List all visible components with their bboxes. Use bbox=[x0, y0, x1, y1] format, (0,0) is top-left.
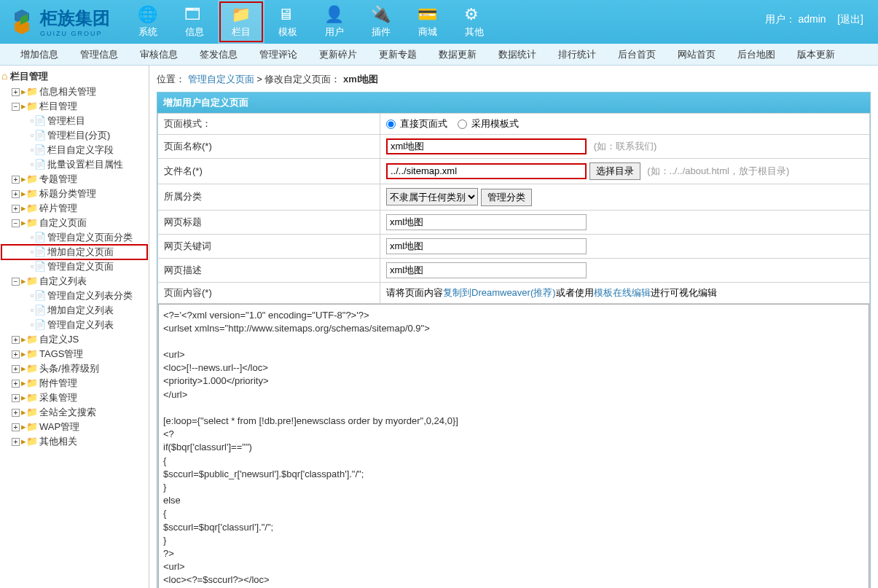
content-textarea[interactable]: <?='<?xml version="1.0" encoding="UTF-8"… bbox=[158, 304, 869, 589]
expand-icon[interactable]: + bbox=[12, 438, 20, 446]
panel-title: 增加用户自定义页面 bbox=[157, 93, 870, 113]
subnav-数据更新[interactable]: 数据更新 bbox=[439, 48, 477, 61]
folder-icon: 📁 bbox=[231, 6, 251, 23]
mode-tpl-radio[interactable]: 采用模板式 bbox=[458, 118, 519, 129]
expand-icon[interactable]: − bbox=[12, 219, 20, 227]
desc-input[interactable] bbox=[386, 262, 587, 278]
tree-自定义JS[interactable]: +▸📁自定义JS bbox=[1, 332, 147, 347]
subnav-网站首页[interactable]: 网站首页 bbox=[678, 48, 716, 61]
topnav-信息[interactable]: 🗔信息 bbox=[171, 0, 218, 44]
content-label: 页面内容(*) bbox=[158, 282, 380, 303]
subnav-版本更新[interactable]: 版本更新 bbox=[797, 48, 835, 61]
tree-管理栏目(分页)[interactable]: ▫📄管理栏目(分页) bbox=[1, 128, 147, 143]
tree-批量设置栏目属性[interactable]: ▫📄批量设置栏目属性 bbox=[1, 157, 147, 172]
tree-采集管理[interactable]: +▸📁采集管理 bbox=[1, 391, 147, 405]
page-icon: ▫📄 bbox=[31, 305, 46, 315]
file-name-input[interactable] bbox=[386, 163, 587, 179]
topnav-系统[interactable]: 🌐系统 bbox=[125, 0, 171, 44]
page-icon: ▫📄 bbox=[31, 246, 46, 257]
expand-icon[interactable]: + bbox=[12, 190, 20, 198]
tree-碎片管理[interactable]: +▸📁碎片管理 bbox=[1, 201, 147, 216]
tree-自定义页面[interactable]: −▸📁自定义页面 bbox=[1, 216, 147, 230]
subnav-审核信息[interactable]: 审核信息 bbox=[140, 48, 178, 61]
tree-信息相关管理[interactable]: +▸📁信息相关管理 bbox=[1, 85, 147, 99]
tree-专题管理[interactable]: +▸📁专题管理 bbox=[1, 172, 147, 187]
keyword-input[interactable] bbox=[386, 238, 587, 254]
tree-栏目自定义字段[interactable]: ▫📄栏目自定义字段 bbox=[1, 143, 147, 157]
content-hint: 请将页面内容 bbox=[386, 287, 443, 298]
tree-管理自定义页面分类[interactable]: ▫📄管理自定义页面分类 bbox=[1, 230, 147, 245]
topnav-插件[interactable]: 🔌插件 bbox=[358, 0, 404, 44]
topnav-其他[interactable]: ⚙其他 bbox=[451, 0, 498, 44]
expand-icon[interactable]: + bbox=[12, 176, 20, 184]
topnav-商城[interactable]: 💳商城 bbox=[404, 0, 451, 44]
expand-icon[interactable]: + bbox=[12, 394, 20, 402]
expand-icon[interactable]: − bbox=[12, 103, 20, 111]
tree-WAP管理[interactable]: +▸📁WAP管理 bbox=[1, 420, 147, 434]
folder-icon: ▸📁 bbox=[21, 421, 38, 432]
tree-栏目管理[interactable]: −▸📁栏目管理 bbox=[1, 99, 147, 114]
expand-icon[interactable]: + bbox=[12, 336, 20, 344]
category-select[interactable]: 不隶属于任何类别 bbox=[386, 188, 478, 205]
choose-dir-button[interactable]: 选择目录 bbox=[589, 162, 640, 180]
page-icon: ▫📄 bbox=[31, 115, 46, 126]
page-icon: ▫📄 bbox=[31, 130, 46, 141]
subnav-管理信息[interactable]: 管理信息 bbox=[80, 48, 118, 61]
expand-icon[interactable]: + bbox=[12, 350, 20, 358]
logo-icon bbox=[7, 7, 36, 36]
topnav-用户[interactable]: 👤用户 bbox=[311, 0, 358, 44]
topnav-模板[interactable]: 🖥模板 bbox=[264, 0, 311, 44]
tree-全站全文搜索[interactable]: +▸📁全站全文搜索 bbox=[1, 405, 147, 420]
subnav-管理评论[interactable]: 管理评论 bbox=[259, 48, 297, 61]
logout-link[interactable]: [退出] bbox=[837, 13, 863, 25]
cat-label: 所属分类 bbox=[158, 184, 380, 211]
tree-自定义列表[interactable]: −▸📁自定义列表 bbox=[1, 274, 147, 289]
online-edit-link[interactable]: 模板在线编辑 bbox=[594, 287, 651, 298]
tree-其他相关[interactable]: +▸📁其他相关 bbox=[1, 434, 147, 449]
tree-标题分类管理[interactable]: +▸📁标题分类管理 bbox=[1, 187, 147, 201]
breadcrumb-link[interactable]: 管理自定义页面 bbox=[188, 74, 254, 85]
expand-icon[interactable]: + bbox=[12, 365, 20, 373]
subnav-排行统计[interactable]: 排行统计 bbox=[558, 48, 596, 61]
plug-icon: 🔌 bbox=[371, 6, 391, 23]
tree-root: 栏目管理 bbox=[1, 68, 147, 85]
tree-附件管理[interactable]: +▸📁附件管理 bbox=[1, 376, 147, 391]
form-panel: 增加用户自定义页面 页面模式： 直接页面式 采用模板式 页面名称(*) (如：联… bbox=[157, 92, 871, 588]
tree-TAGS管理[interactable]: +▸📁TAGS管理 bbox=[1, 347, 147, 361]
globe-icon: 🌐 bbox=[138, 6, 158, 23]
expand-icon[interactable]: + bbox=[12, 88, 20, 96]
window-icon: 🗔 bbox=[184, 6, 205, 23]
subnav-增加信息[interactable]: 增加信息 bbox=[20, 48, 58, 61]
mode-direct-radio[interactable]: 直接页面式 bbox=[386, 118, 447, 129]
subnav-签发信息[interactable]: 签发信息 bbox=[200, 48, 238, 61]
subnav-数据统计[interactable]: 数据统计 bbox=[498, 48, 536, 61]
sidebar[interactable]: 栏目管理 +▸📁信息相关管理−▸📁栏目管理▫📄管理栏目▫📄管理栏目(分页)▫📄栏… bbox=[0, 66, 149, 588]
expand-icon[interactable]: + bbox=[12, 205, 20, 213]
breadcrumb-current: 修改自定义页面： bbox=[264, 74, 340, 85]
expand-icon[interactable]: + bbox=[12, 380, 20, 388]
page-name-input[interactable] bbox=[386, 138, 587, 154]
tree-增加自定义页面[interactable]: ▫📄增加自定义页面 bbox=[1, 245, 147, 259]
gear-icon: ⚙ bbox=[464, 6, 485, 23]
subnav-更新专题[interactable]: 更新专题 bbox=[379, 48, 417, 61]
dreamweaver-link[interactable]: 复制到Dreamweaver(推荐) bbox=[443, 287, 556, 298]
folder-icon: ▸📁 bbox=[21, 203, 38, 213]
tree-管理栏目[interactable]: ▫📄管理栏目 bbox=[1, 114, 147, 128]
expand-icon[interactable]: + bbox=[12, 409, 20, 417]
subnav-更新碎片[interactable]: 更新碎片 bbox=[319, 48, 357, 61]
tree-增加自定义列表[interactable]: ▫📄增加自定义列表 bbox=[1, 303, 147, 318]
tree-管理自定义列表[interactable]: ▫📄管理自定义列表 bbox=[1, 318, 147, 332]
subnav-后台首页[interactable]: 后台首页 bbox=[618, 48, 656, 61]
subnav-后台地图[interactable]: 后台地图 bbox=[737, 48, 775, 61]
manage-cat-button[interactable]: 管理分类 bbox=[481, 189, 532, 206]
folder-icon: ▸📁 bbox=[21, 101, 38, 111]
expand-icon[interactable]: + bbox=[12, 423, 20, 431]
user-name[interactable]: admin bbox=[799, 13, 826, 25]
breadcrumb-name: xml地图 bbox=[343, 74, 378, 85]
tree-管理自定义列表分类[interactable]: ▫📄管理自定义列表分类 bbox=[1, 289, 147, 303]
tree-管理自定义页面[interactable]: ▫📄管理自定义页面 bbox=[1, 259, 147, 274]
expand-icon[interactable]: − bbox=[12, 278, 20, 286]
tree-头条/推荐级别[interactable]: +▸📁头条/推荐级别 bbox=[1, 361, 147, 376]
page-title-input[interactable] bbox=[386, 214, 587, 230]
topnav-栏目[interactable]: 📁栏目 bbox=[218, 0, 264, 44]
